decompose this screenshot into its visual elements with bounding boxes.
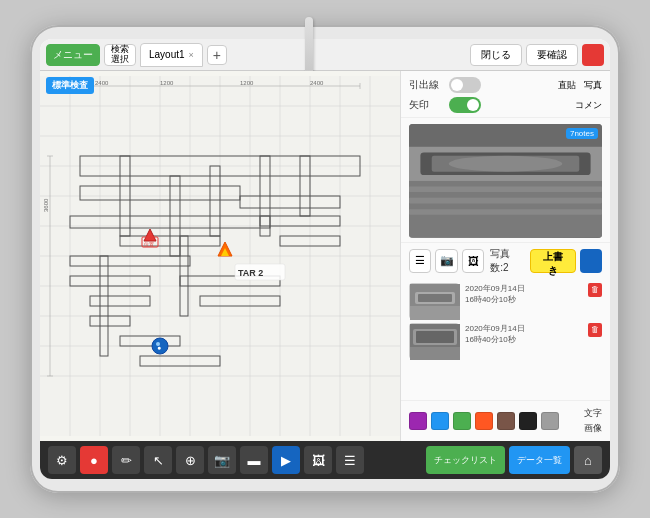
color-black[interactable]	[519, 412, 537, 430]
bottom-toolbar: ⚙ ● ✏ ↖ ⊕ 📷 ▬ ▶ 🖼 ☰ チェックリスト データ一覧 ⌂	[40, 441, 610, 479]
color-purple[interactable]	[409, 412, 427, 430]
thumbnail-meta-2: 2020年09月14日 16時40分10秒	[465, 323, 525, 345]
menu-button[interactable]: メニュー	[46, 44, 100, 66]
svg-text:●: ●	[157, 344, 161, 351]
svg-rect-78	[418, 294, 452, 302]
blueprint-area[interactable]: 標準検査	[40, 71, 400, 441]
line-tool-btn[interactable]: ▬	[240, 446, 268, 474]
tablet-device: メニュー 検索 選択 Layout1 × + 閉じる 要確認 標準検査	[30, 25, 620, 493]
thumbnail-meta-1: 2020年09月14日 16時40分10秒	[465, 283, 525, 305]
photo-count-label: 写真数:2	[490, 247, 526, 275]
pointer-tool-btn[interactable]: ▶	[272, 446, 300, 474]
svg-point-70	[449, 156, 563, 172]
pen-tool-btn[interactable]: ✏	[112, 446, 140, 474]
right-controls: 引出線 直貼 写真 矢印 コメン	[401, 71, 610, 118]
svg-text:1200: 1200	[160, 80, 174, 86]
photo-edit-icon-btn[interactable]: 🖼	[462, 249, 484, 273]
arrow-toggle[interactable]	[449, 97, 481, 113]
color-brown[interactable]	[497, 412, 515, 430]
settings-tool-btn[interactable]: ⚙	[48, 446, 76, 474]
stamp-tool-btn[interactable]: ⊕	[176, 446, 204, 474]
color-green[interactable]	[453, 412, 471, 430]
thumbnail-image-2	[409, 323, 459, 359]
camera-icon-btn[interactable]: 📷	[435, 249, 457, 273]
notes-badge: 7notes	[566, 128, 598, 139]
tablet-screen: メニュー 検索 選択 Layout1 × + 閉じる 要確認 標準検査	[40, 39, 610, 479]
search-select-button[interactable]: 検索 選択	[104, 44, 136, 66]
svg-text:2400: 2400	[310, 80, 324, 86]
photo-label: 写真	[584, 79, 602, 92]
upload-button[interactable]: 上書き	[530, 249, 576, 273]
blueprint-svg: 2400 1200 1200 2400 3600 位置	[40, 71, 400, 441]
svg-rect-73	[409, 186, 602, 192]
photo-preview: 7notes	[409, 124, 602, 238]
comment-label: コメン	[575, 99, 602, 112]
arrow-label: 矢印	[409, 98, 441, 112]
top-right-buttons: 閉じる 要確認	[470, 44, 604, 66]
color-blue[interactable]	[431, 412, 449, 430]
bottom-right-buttons: チェックリスト データ一覧 ⌂	[426, 446, 602, 474]
palette-labels: 文字 画像	[584, 407, 602, 435]
svg-rect-83	[410, 347, 460, 360]
right-panel: 引出線 直貼 写真 矢印 コメン	[400, 71, 610, 441]
thumbnail-image-1	[409, 283, 459, 319]
svg-rect-82	[416, 331, 454, 343]
svg-text:位置: 位置	[144, 241, 154, 247]
menu-tool-btn[interactable]: ☰	[336, 446, 364, 474]
svg-text:TAR 2: TAR 2	[238, 268, 263, 278]
main-content: 標準検査	[40, 71, 610, 441]
svg-rect-75	[409, 209, 602, 215]
photo-preview-inner	[409, 124, 602, 238]
color-orange[interactable]	[475, 412, 493, 430]
leader-line-row: 引出線 直貼 写真	[409, 77, 602, 93]
thumbnail-item-2: 2020年09月14日 16時40分10秒 🗑	[409, 323, 602, 359]
thumbnail-list: 2020年09月14日 16時40分10秒 🗑	[401, 279, 610, 401]
tab-close-icon[interactable]: ×	[189, 50, 194, 60]
photo-controls-row: ☰ 📷 🖼 写真数:2 上書き	[401, 242, 610, 279]
arrow-row: 矢印 コメン	[409, 97, 602, 113]
svg-rect-74	[409, 198, 602, 204]
svg-text:1200: 1200	[240, 80, 254, 86]
leader-line-label: 引出線	[409, 78, 441, 92]
thumbnail-delete-2[interactable]: 🗑	[588, 323, 602, 337]
leader-line-toggle[interactable]	[449, 77, 481, 93]
red-indicator	[582, 44, 604, 66]
tab-add-button[interactable]: +	[207, 45, 227, 65]
svg-text:2400: 2400	[95, 80, 109, 86]
direct-paste-label: 直貼	[558, 79, 576, 92]
color-gray[interactable]	[541, 412, 559, 430]
close-button[interactable]: 閉じる	[470, 44, 522, 66]
home-button[interactable]: ⌂	[574, 446, 602, 474]
record-tool-btn[interactable]: ●	[80, 446, 108, 474]
blueprint-label: 標準検査	[46, 77, 94, 94]
datalist-button[interactable]: データ一覧	[509, 446, 570, 474]
palette-text-label: 文字	[584, 407, 602, 420]
thumbnail-delete-1[interactable]: 🗑	[588, 283, 602, 297]
svg-text:3600: 3600	[43, 198, 49, 212]
svg-rect-79	[410, 306, 460, 320]
palette-image-label: 画像	[584, 422, 602, 435]
select-tool-btn[interactable]: ↖	[144, 446, 172, 474]
camera-tool-btn[interactable]: 📷	[208, 446, 236, 474]
top-bar: メニュー 検索 選択 Layout1 × + 閉じる 要確認	[40, 39, 610, 71]
checklist-button[interactable]: チェックリスト	[426, 446, 505, 474]
photo-tool-btn[interactable]: 🖼	[304, 446, 332, 474]
thumbnail-item-1: 2020年09月14日 16時40分10秒 🗑	[409, 283, 602, 319]
layout-tab[interactable]: Layout1 ×	[140, 43, 203, 67]
photo-list-icon-btn[interactable]: ☰	[409, 249, 431, 273]
color-palette-row: 文字 画像	[401, 400, 610, 441]
confirm-button[interactable]: 要確認	[526, 44, 578, 66]
blue-action-button[interactable]	[580, 249, 602, 273]
